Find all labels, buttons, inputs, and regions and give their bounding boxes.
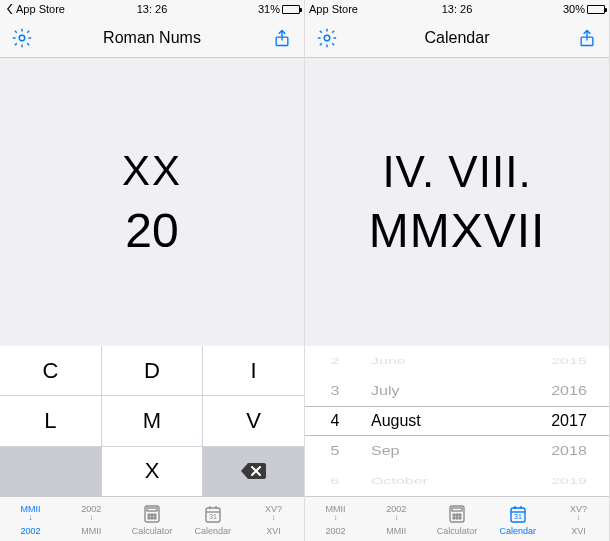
svg-point-20 — [456, 514, 458, 516]
tab-label: XVI — [266, 526, 281, 536]
nav-bar: Calendar — [305, 18, 609, 58]
svg-point-22 — [453, 517, 455, 519]
display-area: XX 20 — [0, 58, 304, 346]
calculator-icon — [142, 503, 162, 525]
tab-guess[interactable]: XV?↓ XVI — [548, 497, 609, 541]
status-bar: App Store 13: 26 30% — [305, 0, 609, 18]
back-app-label[interactable]: App Store — [309, 3, 358, 15]
battery-icon — [282, 5, 300, 14]
picker-month-column[interactable]: June July August Sep October — [365, 346, 529, 496]
svg-point-0 — [19, 35, 25, 41]
svg-point-5 — [151, 514, 153, 516]
svg-point-4 — [148, 514, 150, 516]
tab-calendar[interactable]: 31 Calendar — [487, 497, 548, 541]
tab-bar: MMII↓ 2002 2002↓ MMII Calculator 31 Cale… — [305, 496, 609, 541]
back-icon[interactable] — [4, 4, 14, 14]
key-v[interactable]: V — [203, 396, 304, 445]
roman-keyboard: C D I L M V X — [0, 346, 304, 496]
svg-text:31: 31 — [209, 513, 217, 520]
svg-rect-3 — [147, 508, 157, 511]
display-area: IV. VIII. MMXVII — [305, 58, 609, 346]
tab-calendar[interactable]: 31 Calendar — [182, 497, 243, 541]
svg-point-7 — [148, 517, 150, 519]
tab-arabic-to-roman[interactable]: 2002↓ MMII — [366, 497, 427, 541]
tab-calculator[interactable]: Calculator — [122, 497, 183, 541]
svg-point-9 — [154, 517, 156, 519]
svg-text:31: 31 — [514, 513, 522, 520]
page-title: Roman Nums — [103, 29, 201, 47]
svg-point-6 — [154, 514, 156, 516]
gear-icon[interactable] — [315, 26, 339, 50]
date-picker[interactable]: 2 3 4 5 6 June July August Sep October 2… — [305, 346, 609, 496]
tab-label: Calculator — [132, 526, 173, 536]
share-icon[interactable] — [575, 26, 599, 50]
gear-icon[interactable] — [10, 26, 34, 50]
roman-date-line1: IV. VIII. — [382, 147, 531, 197]
status-time: 13: 26 — [442, 3, 473, 15]
picker-month-selected: August — [365, 406, 529, 436]
status-bar: App Store 13: 26 31% — [0, 0, 304, 18]
key-i[interactable]: I — [203, 346, 304, 395]
svg-point-15 — [324, 35, 330, 41]
key-x[interactable]: X — [102, 447, 203, 496]
battery-icon — [587, 5, 605, 14]
calendar-icon: 31 — [203, 503, 223, 525]
calculator-icon — [447, 503, 467, 525]
svg-point-19 — [453, 514, 455, 516]
svg-point-23 — [456, 517, 458, 519]
svg-rect-18 — [452, 508, 462, 511]
key-d[interactable]: D — [102, 346, 203, 395]
key-m[interactable]: M — [102, 396, 203, 445]
roman-date-line2: MMXVII — [369, 203, 546, 258]
picker-year-column[interactable]: 2015 2016 2017 2018 2019 — [529, 346, 609, 496]
roman-output: XX — [122, 147, 182, 195]
key-backspace[interactable] — [203, 447, 304, 496]
screenshot-calendar: App Store 13: 26 30% Calendar IV. VIII. … — [305, 0, 610, 541]
status-time: 13: 26 — [137, 3, 168, 15]
tab-arabic-to-roman[interactable]: 2002↓ MMII — [61, 497, 122, 541]
tab-guess[interactable]: XV?↓ XVI — [243, 497, 304, 541]
key-l[interactable]: L — [0, 396, 101, 445]
page-title: Calendar — [425, 29, 490, 47]
picker-year-selected: 2017 — [529, 406, 609, 436]
key-c[interactable]: C — [0, 346, 101, 395]
tab-label: XVI — [571, 526, 586, 536]
svg-point-24 — [459, 517, 461, 519]
tab-label: Calculator — [437, 526, 478, 536]
share-icon[interactable] — [270, 26, 294, 50]
tab-roman-to-arabic[interactable]: MMII↓ 2002 — [305, 497, 366, 541]
tab-label: 2002 — [20, 526, 40, 536]
picker-day-selected: 4 — [305, 406, 365, 436]
svg-point-8 — [151, 517, 153, 519]
battery-percent: 30% — [563, 3, 585, 15]
tab-roman-to-arabic[interactable]: MMII↓ 2002 — [0, 497, 61, 541]
key-empty — [0, 447, 101, 496]
tab-label: 2002 — [325, 526, 345, 536]
calendar-icon: 31 — [508, 503, 528, 525]
nav-bar: Roman Nums — [0, 18, 304, 58]
picker-day-column[interactable]: 2 3 4 5 6 — [305, 346, 365, 496]
arabic-output: 20 — [125, 203, 178, 258]
tab-label: Calendar — [500, 526, 537, 536]
tab-label: MMII — [386, 526, 406, 536]
tab-label: MMII — [81, 526, 101, 536]
tab-calculator[interactable]: Calculator — [427, 497, 488, 541]
tab-bar: MMII↓ 2002 2002↓ MMII Calculator 31 Cale… — [0, 496, 304, 541]
svg-point-21 — [459, 514, 461, 516]
back-app-label[interactable]: App Store — [16, 3, 65, 15]
tab-label: Calendar — [195, 526, 232, 536]
screenshot-roman-nums: App Store 13: 26 31% Roman Nums XX 20 C … — [0, 0, 305, 541]
battery-percent: 31% — [258, 3, 280, 15]
